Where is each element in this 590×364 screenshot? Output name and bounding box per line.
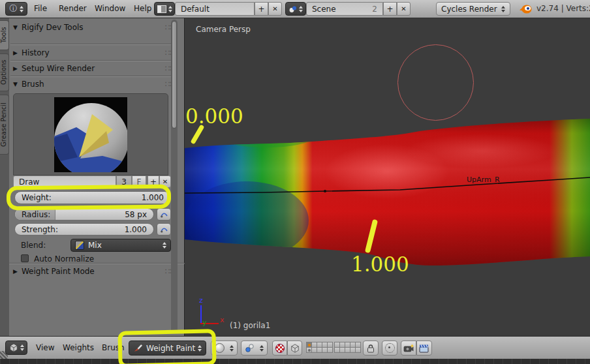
opengl-render-anim-button[interactable] xyxy=(416,341,432,356)
cube-icon xyxy=(290,344,300,353)
chevron-updown-icon xyxy=(198,345,202,352)
x-axis-label: x xyxy=(220,316,225,324)
proportional-edit-toggle[interactable] xyxy=(382,341,397,356)
render-engine-select[interactable]: Cycles Render xyxy=(436,2,510,16)
info-editor-icon: ⓘ xyxy=(10,3,18,14)
strength-slider[interactable]: Strength: 1.000 xyxy=(14,223,154,235)
tab-tools[interactable]: Tools xyxy=(0,20,9,50)
blend-mode-select[interactable]: Mix xyxy=(70,239,171,252)
unlink-brush-button[interactable]: ✕ xyxy=(159,175,171,188)
mode-select-weight-paint[interactable]: Weight Paint xyxy=(129,341,206,356)
triangle-down-icon: ▼ xyxy=(13,81,18,87)
auto-normalize-checkbox[interactable] xyxy=(21,254,29,262)
brush-users-button[interactable]: 3 xyxy=(116,175,132,188)
panel-header-weight-paint-mode[interactable]: ▶ Weight Paint Mode ∷∷ xyxy=(12,265,178,277)
bone-point xyxy=(324,190,326,192)
scene-browse-button[interactable] xyxy=(285,2,306,16)
scene-name-field[interactable]: Scene 2 xyxy=(306,2,383,16)
brush-datablock-name[interactable]: Draw xyxy=(13,175,116,188)
fake-user-button[interactable]: F xyxy=(132,175,146,188)
view-name-label: Camera Persp xyxy=(196,25,251,34)
auto-normalize-row[interactable]: Auto Normalize xyxy=(21,254,94,263)
opengl-render-image-button[interactable] xyxy=(401,341,416,356)
shelf-scrollbar-track[interactable] xyxy=(171,20,178,333)
y-axis-label: y xyxy=(202,318,207,327)
clapperboard-icon xyxy=(419,344,429,353)
pressure-icon xyxy=(160,210,168,219)
version-stats: v2.74 | Verts:22 xyxy=(536,0,590,18)
menu-view[interactable]: View xyxy=(36,337,54,359)
viewport-header: View Weights Brush Weight Paint xyxy=(0,336,590,359)
tab-grease-pencil[interactable]: Grease Pencil xyxy=(0,95,9,155)
close-icon: ✕ xyxy=(401,5,406,12)
add-brush-button[interactable]: + xyxy=(148,175,159,188)
z-axis-line xyxy=(200,305,202,324)
chevron-updown-icon xyxy=(168,6,172,12)
vertex-mask-toggle[interactable] xyxy=(287,341,302,356)
menu-weights[interactable]: Weights xyxy=(63,337,94,359)
pivot-point-select[interactable] xyxy=(241,341,268,356)
mix-texture-icon xyxy=(75,241,84,250)
radius-pressure-toggle[interactable] xyxy=(157,208,171,220)
toolshelf-tabs: Tools Options Grease Pencil xyxy=(0,18,9,336)
brush-preview-image[interactable] xyxy=(54,97,127,172)
active-object-label: (1) gorila1 xyxy=(230,321,270,330)
add-icon: + xyxy=(258,5,264,14)
menu-help[interactable]: Help xyxy=(134,0,151,18)
add-layout-button[interactable]: + xyxy=(255,2,268,16)
layers-group-2[interactable] xyxy=(335,342,361,353)
screen-layout-name-field[interactable]: Default xyxy=(175,2,255,16)
menu-brush[interactable]: Brush xyxy=(102,337,125,359)
weight-value: 1.000 xyxy=(142,193,164,202)
panel-header-setup-wire[interactable]: ▶ Setup Wire Render ∷∷ xyxy=(12,63,178,74)
panel-header-rigify[interactable]: ▼ Rigify Dev Tools ∷∷ xyxy=(12,22,178,33)
weight-paint-mesh[interactable]: UpArm_R xyxy=(185,18,590,336)
shading-sphere-icon xyxy=(215,343,225,353)
pressure-icon xyxy=(160,225,168,234)
shelf-scrollbar-thumb[interactable] xyxy=(172,21,177,129)
strength-value: 1.000 xyxy=(125,225,147,234)
strength-pressure-toggle[interactable] xyxy=(157,223,171,235)
triangle-down-icon: ▼ xyxy=(13,24,18,31)
radius-slider[interactable]: Radius: 58 px xyxy=(14,208,154,220)
axis-gizmo: z x y xyxy=(191,299,230,331)
close-icon: ✕ xyxy=(163,178,168,185)
tab-options[interactable]: Options xyxy=(0,53,9,91)
close-icon: ✕ xyxy=(272,5,277,12)
layout-icon xyxy=(157,5,166,13)
layers-group-1[interactable] xyxy=(307,342,333,353)
chevron-updown-icon xyxy=(163,242,166,249)
viewport-shading-select[interactable] xyxy=(211,341,238,356)
weight-slider[interactable]: Weight: 1.000 xyxy=(14,191,171,204)
editor-type-button-3dview[interactable] xyxy=(5,341,27,355)
viewport-3d[interactable]: UpArm_R Camera Persp 0.000 1.000 z x y (… xyxy=(185,18,590,336)
paintbrush-icon xyxy=(133,343,143,353)
delete-scene-button[interactable]: ✕ xyxy=(397,2,411,16)
chevron-updown-icon xyxy=(260,345,264,352)
screen-layout-button[interactable] xyxy=(154,2,175,16)
weight-max-annotation: 1.000 xyxy=(351,254,409,275)
menu-render[interactable]: Render xyxy=(59,0,87,18)
pivot-icon xyxy=(245,343,255,353)
add-scene-button[interactable]: + xyxy=(383,2,397,16)
blend-label: Blend: xyxy=(21,241,46,250)
timeline-strip[interactable] xyxy=(0,359,590,364)
tool-shelf: ▼ Rigify Dev Tools ∷∷ ▶ History ∷∷ ▶ Set… xyxy=(9,18,185,336)
menu-window[interactable]: Window xyxy=(95,0,125,18)
panel-header-history[interactable]: ▶ History ∷∷ xyxy=(12,47,178,59)
add-icon: + xyxy=(386,5,393,14)
lock-icon xyxy=(367,344,375,353)
radius-value: 58 px xyxy=(125,210,147,219)
panel-header-brush[interactable]: ▼ Brush ∷∷ xyxy=(12,78,178,90)
delete-layout-button[interactable]: ✕ xyxy=(268,2,282,16)
menu-file[interactable]: File xyxy=(34,0,47,18)
blender-logo xyxy=(519,4,532,14)
face-mask-toggle[interactable] xyxy=(272,341,287,356)
layers-widget[interactable] xyxy=(307,342,361,353)
chevron-updown-icon xyxy=(20,344,24,351)
lock-camera-layers-toggle[interactable] xyxy=(363,341,379,356)
editor-type-button-info[interactable]: ⓘ xyxy=(5,2,27,16)
bone-name-label: UpArm_R xyxy=(467,175,500,184)
scene-users-count: 2 xyxy=(372,5,377,14)
chevron-updown-icon xyxy=(20,6,23,12)
